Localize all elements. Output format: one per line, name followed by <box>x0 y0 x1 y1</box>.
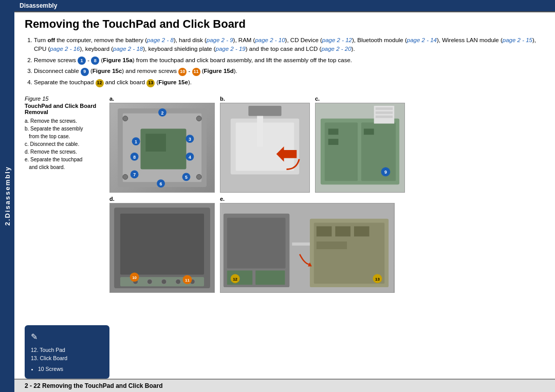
svg-point-6 <box>123 174 128 179</box>
svg-point-4 <box>123 116 128 121</box>
fig-e-svg: 12 <box>220 203 394 292</box>
figure-row-2: d. <box>109 196 545 293</box>
svg-text:4: 4 <box>189 155 191 160</box>
caption-c: c. Disconnect the cable. <box>25 140 109 148</box>
sidebar-label: 2.Disassembly <box>4 166 11 226</box>
svg-point-5 <box>196 116 201 121</box>
caption-d: d. Remove the screws. <box>25 148 109 156</box>
sidebar: 2.Disassembly <box>0 0 14 392</box>
figure-left: Figure 15 TouchPad and Click Board Remov… <box>25 96 109 379</box>
fig-b-image <box>220 103 310 193</box>
page-title: Removing the TouchPad and Click Board <box>25 17 545 31</box>
footer: 2 - 22 Removing the TouchPad and Click B… <box>14 379 555 392</box>
svg-rect-39 <box>328 139 339 145</box>
fig-e-image: 12 <box>220 203 395 293</box>
figure-area: Figure 15 TouchPad and Click Board Remov… <box>25 96 545 379</box>
fig-a-image: 1 2 3 4 <box>109 103 215 193</box>
svg-point-50 <box>176 279 181 284</box>
caption-a: a. Remove the screws. <box>25 117 109 125</box>
pencil-icon: ✎ <box>31 330 103 344</box>
fig-e-label: e. <box>220 196 225 202</box>
svg-rect-58 <box>227 217 286 268</box>
svg-point-48 <box>147 279 152 284</box>
fig-a-svg: 1 2 3 4 <box>110 103 214 192</box>
instructions: Turn off the computer, remove the batter… <box>25 36 545 89</box>
svg-text:1: 1 <box>135 139 137 144</box>
svg-rect-36 <box>376 111 393 114</box>
fig-b-label: b. <box>220 96 225 102</box>
note-bullets: 10 Screws <box>31 365 103 374</box>
figure-title: TouchPad and Click Board Removal <box>25 103 109 115</box>
fig-c-image: 9 <box>315 103 405 193</box>
svg-rect-60 <box>255 270 285 285</box>
fig-c-svg: 9 <box>316 103 404 192</box>
fig-c-label: c. <box>315 96 320 102</box>
svg-text:8: 8 <box>133 155 136 160</box>
svg-rect-28 <box>257 116 263 146</box>
svg-rect-65 <box>317 226 332 236</box>
svg-text:9: 9 <box>384 170 387 175</box>
caption-b: b. Separate the assembly from the top ca… <box>25 125 109 140</box>
note-bullet-screws: 10 Screws <box>38 365 103 374</box>
svg-rect-27 <box>236 122 294 171</box>
fig-d-image: 10 11 <box>109 203 215 293</box>
note-item-12: 12. Touch Pad <box>31 346 103 354</box>
header-title: Disassembly <box>20 2 57 9</box>
main-content: Disassembly Removing the TouchPad and Cl… <box>14 0 555 392</box>
fig-b-svg <box>220 103 309 192</box>
instruction-4: Separate the touchpad 12 and click board… <box>34 78 545 87</box>
svg-text:5: 5 <box>185 175 188 180</box>
note-item-13: 13. Click Board <box>31 354 103 363</box>
svg-rect-67 <box>354 226 369 236</box>
caption-e: e. Separate the touchpad and click board… <box>25 156 109 171</box>
svg-text:12: 12 <box>233 277 237 282</box>
instruction-2: Remove screws 1 - 8 (Figure 15a) from th… <box>34 56 545 65</box>
svg-text:2: 2 <box>161 110 164 115</box>
svg-text:11: 11 <box>185 278 190 283</box>
svg-point-7 <box>196 174 201 179</box>
fig-d-svg: 10 11 <box>110 203 214 292</box>
figure-d: d. <box>109 196 215 293</box>
figure-c: c. <box>315 96 405 193</box>
figure-a: a. <box>109 96 215 193</box>
figure-label: Figure 15 <box>25 96 109 102</box>
svg-text:3: 3 <box>189 137 191 142</box>
svg-point-49 <box>161 279 166 284</box>
figure-row-1: a. <box>109 96 545 193</box>
content-area: Removing the TouchPad and Click Board Tu… <box>14 12 555 379</box>
svg-text:7: 7 <box>133 172 136 177</box>
svg-rect-35 <box>376 107 393 110</box>
svg-rect-45 <box>120 214 204 275</box>
figure-right: a. <box>109 96 545 379</box>
svg-text:10: 10 <box>132 275 137 280</box>
note-box: ✎ 12. Touch Pad 13. Click Board 10 Screw… <box>25 325 109 379</box>
footer-text: 2 - 22 Removing the TouchPad and Click B… <box>25 382 163 389</box>
svg-rect-66 <box>335 226 350 236</box>
svg-rect-40 <box>364 128 374 135</box>
svg-text:6: 6 <box>160 181 162 186</box>
svg-text:13: 13 <box>375 277 380 282</box>
header-bar: Disassembly <box>14 0 555 12</box>
figure-captions: a. Remove the screws. b. Separate the as… <box>25 117 109 171</box>
svg-rect-25 <box>248 106 281 116</box>
instruction-3: Disconnect cable 9 (Figure 15c) and remo… <box>34 67 545 76</box>
figure-b: b. <box>220 96 310 193</box>
svg-rect-37 <box>376 115 393 118</box>
svg-rect-68 <box>317 241 347 249</box>
svg-rect-3 <box>145 134 166 152</box>
figure-e: e. <box>220 196 395 293</box>
instruction-1: Turn off the computer, remove the batter… <box>34 36 545 54</box>
fig-a-label: a. <box>109 96 114 102</box>
fig-d-label: d. <box>109 196 115 202</box>
svg-rect-38 <box>328 128 339 135</box>
